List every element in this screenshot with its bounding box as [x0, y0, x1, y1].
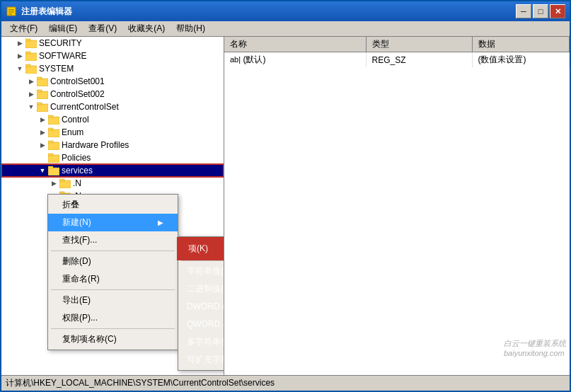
expand-system: ▼ — [14, 63, 25, 74]
ctx-sep3 — [51, 328, 175, 329]
svg-rect-21 — [48, 141, 53, 143]
minimize-button[interactable]: ─ — [516, 4, 531, 18]
menu-view[interactable]: 查看(V) — [83, 21, 122, 36]
folder-icon-control — [48, 115, 59, 125]
tree-item-n1[interactable]: ▶ .N — [1, 177, 224, 190]
cell-type: REG_SZ — [366, 52, 472, 68]
submenu-expandable-string[interactable]: 可扩充字符串值(E) — [178, 351, 224, 369]
tree-item-policies[interactable]: Policies — [1, 151, 224, 164]
svg-rect-23 — [48, 154, 53, 156]
svg-rect-9 — [25, 64, 30, 67]
ctx-sep2 — [51, 289, 175, 290]
svg-rect-13 — [37, 90, 42, 92]
ctx-new-arrow: ▶ — [158, 219, 163, 226]
svg-rect-8 — [25, 66, 37, 74]
ctx-export[interactable]: 导出(E) — [48, 292, 178, 309]
status-bar: 计算机\HKEY_LOCAL_MACHINE\SYSTEM\CurrentCon… — [1, 375, 570, 391]
tree-item-hardware-profiles[interactable]: ▶ Hardware Profiles — [1, 139, 224, 151]
submenu-qword-value[interactable]: QWORD (64 位)值(Q) — [178, 316, 224, 333]
svg-rect-11 — [37, 77, 42, 79]
expand-enum: ▶ — [37, 127, 48, 138]
close-button[interactable]: ✕ — [550, 4, 565, 18]
window-title: 注册表编辑器 — [21, 6, 516, 18]
status-path: 计算机\HKEY_LOCAL_MACHINE\SYSTEM\CurrentCon… — [6, 377, 275, 389]
ctx-find[interactable]: 查找(F)... — [48, 231, 178, 249]
ctx-new[interactable]: 新建(N) ▶ 项(K) 字符串值(S) 二进制值(B) — [48, 214, 178, 231]
ctx-copy-name[interactable]: 复制项名称(C) — [48, 330, 178, 348]
ctx-permissions[interactable]: 权限(P)... — [48, 309, 178, 327]
expand-controlset001: ▶ — [25, 76, 37, 87]
svg-rect-2 — [8, 11, 14, 13]
tree-item-controlset001[interactable]: ▶ ControlSet001 — [1, 75, 224, 88]
menu-edit[interactable]: 编辑(E) — [43, 21, 83, 36]
tree-item-services[interactable]: ▼ services — [1, 164, 224, 177]
svg-rect-22 — [48, 155, 59, 163]
table-row[interactable]: ab|ab|(默认) (默认) REG_SZ (数值未设置) — [224, 52, 570, 68]
svg-rect-27 — [59, 179, 64, 181]
svg-rect-26 — [59, 180, 71, 188]
folder-icon-policies — [48, 153, 59, 163]
submenu-sep1 — [181, 260, 224, 261]
svg-rect-3 — [8, 13, 12, 15]
ctx-sep1 — [51, 250, 175, 251]
svg-rect-12 — [37, 91, 48, 99]
svg-rect-17 — [48, 115, 53, 117]
svg-rect-19 — [48, 128, 53, 130]
svg-rect-1 — [8, 9, 14, 11]
svg-rect-14 — [37, 104, 48, 112]
folder-icon-software — [25, 51, 37, 61]
menu-favorites[interactable]: 收藏夹(A) — [122, 21, 171, 36]
cell-data: (数值未设置) — [472, 52, 570, 68]
menu-file[interactable]: 文件(F) — [4, 21, 43, 36]
ctx-delete[interactable]: 删除(D) — [48, 253, 178, 270]
menu-bar: 文件(F) 编辑(E) 查看(V) 收藏夹(A) 帮助(H) — [1, 21, 570, 37]
submenu-binary-value[interactable]: 二进制值(B) — [178, 280, 224, 298]
title-bar: 注册表编辑器 ─ □ ✕ — [1, 1, 570, 21]
tree-item-security[interactable]: ▶ SECURITY — [1, 37, 224, 50]
folder-icon-controlset002 — [37, 89, 48, 99]
folder-icon-controlset001 — [37, 76, 48, 86]
svg-rect-18 — [48, 129, 59, 137]
folder-icon-security — [25, 38, 37, 48]
col-type: 类型 — [366, 37, 472, 52]
tree-item-control[interactable]: ▶ Control — [1, 113, 224, 126]
expand-control: ▶ — [37, 114, 48, 125]
svg-rect-4 — [25, 40, 37, 48]
right-pane[interactable]: 名称 类型 数据 ab|ab|(默认) (默认) REG_SZ (数值未设置) — [224, 37, 570, 375]
folder-icon-services — [48, 166, 59, 175]
folder-icon-enum — [48, 127, 59, 137]
folder-icon-n1 — [59, 178, 71, 188]
folder-icon-hardware-profiles — [48, 140, 59, 150]
folder-icon-currentcontrolset — [37, 102, 48, 112]
window-controls: ─ □ ✕ — [516, 4, 565, 18]
expand-controlset002: ▶ — [25, 88, 37, 100]
svg-rect-15 — [37, 103, 42, 105]
menu-help[interactable]: 帮助(H) — [171, 21, 211, 36]
submenu: 项(K) 字符串值(S) 二进制值(B) DWORD (32-位)值(D) — [178, 236, 224, 371]
expand-services: ▼ — [37, 165, 48, 176]
ctx-rename[interactable]: 重命名(R) — [48, 270, 178, 288]
submenu-key[interactable]: 项(K) — [178, 238, 224, 259]
expand-software: ▶ — [14, 50, 25, 62]
svg-rect-24 — [48, 168, 59, 175]
submenu-string-value[interactable]: 字符串值(S) — [178, 263, 224, 280]
svg-rect-7 — [25, 52, 30, 54]
expand-security: ▶ — [14, 38, 25, 49]
tree-pane: ▶ SECURITY ▶ SOFTWARE ▼ — [1, 37, 224, 375]
tree-item-enum[interactable]: ▶ Enum — [1, 126, 224, 139]
registry-editor-window: 注册表编辑器 ─ □ ✕ 文件(F) 编辑(E) 查看(V) 收藏夹(A) 帮助… — [0, 0, 571, 392]
tree-item-currentcontrolset[interactable]: ▼ CurrentControlSet — [1, 100, 224, 113]
main-content: ▶ SECURITY ▶ SOFTWARE ▼ — [1, 37, 570, 375]
tree-item-system[interactable]: ▼ SYSTEM — [1, 62, 224, 75]
tree-item-software[interactable]: ▶ SOFTWARE — [1, 50, 224, 62]
col-name: 名称 — [224, 37, 366, 52]
submenu-dword-value[interactable]: DWORD (32-位)值(D) — [178, 298, 224, 316]
cell-name: ab|ab|(默认) (默认) — [224, 52, 366, 68]
expand-hardware-profiles: ▶ — [37, 139, 48, 151]
tree-item-controlset002[interactable]: ▶ ControlSet002 — [1, 88, 224, 100]
ctx-collapse[interactable]: 折叠 — [48, 196, 178, 214]
folder-icon-system — [25, 64, 37, 74]
svg-rect-20 — [48, 142, 59, 150]
restore-button[interactable]: □ — [533, 4, 548, 18]
submenu-multi-string[interactable]: 多字符串值(M) — [178, 333, 224, 351]
